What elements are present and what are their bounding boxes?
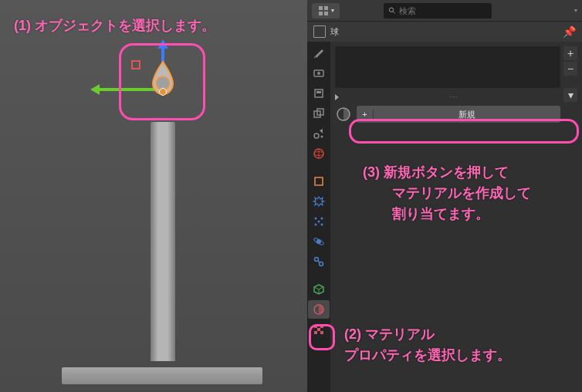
svg-point-26 <box>315 258 319 262</box>
triangle-icon <box>335 94 342 100</box>
svg-line-30 <box>319 287 323 289</box>
annotation-step2: (2) マテリアル プロパティを選択します。 <box>344 324 511 366</box>
add-slot-button[interactable]: + <box>563 46 577 60</box>
search-icon <box>388 6 397 15</box>
viewport-3d[interactable]: (1) オブジェクトを選択します。 <box>0 0 307 392</box>
svg-rect-33 <box>314 325 317 328</box>
svg-point-14 <box>321 136 323 138</box>
object-header-row: 球 📌 <box>307 22 582 42</box>
svg-point-20 <box>321 218 323 220</box>
plus-icon: + <box>357 110 374 119</box>
svg-rect-1 <box>319 6 323 10</box>
svg-rect-37 <box>320 331 323 334</box>
new-material-label: 新規 <box>374 109 560 120</box>
tab-output-icon[interactable] <box>308 84 330 103</box>
tab-scene-icon[interactable] <box>308 124 330 143</box>
new-material-button[interactable]: + 新規 <box>357 106 560 123</box>
svg-rect-10 <box>316 91 321 93</box>
svg-line-28 <box>318 261 320 262</box>
svg-point-19 <box>315 218 317 220</box>
svg-line-6 <box>393 11 395 13</box>
pin-icon[interactable]: 📌 <box>563 25 576 38</box>
annotation-step3: (3) 新規ボタンを押して マテリアルを作成して 割り当てます。 <box>363 162 531 225</box>
svg-point-5 <box>389 8 393 12</box>
svg-point-23 <box>318 221 320 223</box>
tab-world-icon[interactable] <box>308 144 330 163</box>
tab-material-icon[interactable] <box>308 300 330 319</box>
editor-type-selector[interactable]: ▾ <box>312 3 340 19</box>
svg-rect-18 <box>315 177 323 185</box>
tab-physics-icon[interactable] <box>308 232 330 251</box>
base-plate-mesh <box>62 367 262 384</box>
svg-rect-36 <box>314 331 317 334</box>
svg-rect-2 <box>324 6 328 10</box>
svg-point-22 <box>321 224 323 226</box>
gizmo-plane-handle[interactable] <box>131 60 140 69</box>
properties-tab-column <box>307 42 330 392</box>
tab-render-icon[interactable] <box>308 64 330 83</box>
search-input[interactable] <box>399 6 486 15</box>
tab-particle-icon[interactable] <box>308 212 330 231</box>
chevron-down-icon[interactable]: ▾ <box>574 7 577 14</box>
annotation-step1: (1) オブジェクトを選択します。 <box>14 15 215 36</box>
object-name-label: 球 <box>330 26 339 38</box>
remove-slot-button[interactable]: − <box>563 62 577 76</box>
tab-constraint-icon[interactable] <box>308 252 330 271</box>
tab-viewlayer-icon[interactable] <box>308 104 330 123</box>
material-slot-list[interactable]: + − ▾ <box>335 46 560 88</box>
tab-modifier-icon[interactable] <box>308 192 330 211</box>
panel-top-bar: ▾ ▾ <box>307 0 582 22</box>
slot-menu-button[interactable]: ▾ <box>563 88 577 102</box>
svg-point-27 <box>320 262 323 266</box>
cylinder-mesh <box>151 122 175 361</box>
material-preview-icon <box>335 106 352 123</box>
tab-object-icon[interactable] <box>308 172 330 191</box>
svg-point-13 <box>314 133 319 138</box>
tab-data-icon[interactable] <box>308 280 330 299</box>
expand-row[interactable]: ···· <box>335 93 560 101</box>
svg-line-29 <box>314 287 319 289</box>
chevron-down-icon: ▾ <box>331 7 334 14</box>
tab-texture-icon[interactable] <box>308 320 330 339</box>
svg-point-8 <box>317 72 320 75</box>
object-data-icon <box>313 25 326 38</box>
gizmo-origin[interactable] <box>159 88 167 96</box>
svg-rect-4 <box>324 12 328 15</box>
svg-point-21 <box>315 224 317 226</box>
dots-label: ···· <box>347 93 560 101</box>
properties-panel: ▾ ▾ 球 📌 + − ▾ <box>307 0 582 392</box>
search-box[interactable] <box>384 3 492 19</box>
tab-tool-icon[interactable] <box>308 44 330 63</box>
svg-rect-34 <box>320 325 323 328</box>
svg-rect-35 <box>317 328 320 331</box>
svg-rect-3 <box>319 12 323 15</box>
